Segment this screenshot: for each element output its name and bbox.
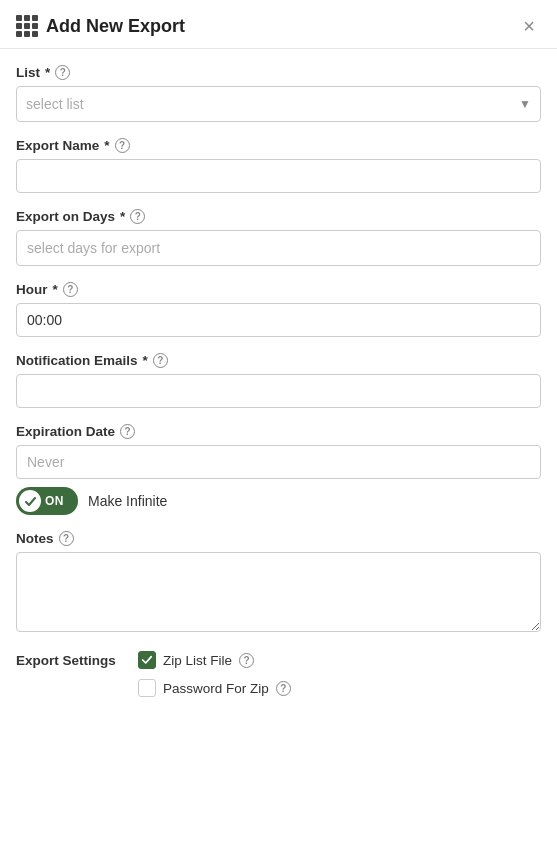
hour-required: *	[53, 282, 58, 297]
hour-input[interactable]	[16, 303, 541, 337]
export-name-input[interactable]	[16, 159, 541, 193]
zip-checkbox-checkmark-icon	[141, 654, 153, 666]
export-days-required: *	[120, 209, 125, 224]
modal-title: Add New Export	[16, 15, 185, 37]
list-select-wrapper: ▼ select list	[16, 86, 541, 122]
export-days-input-wrapper	[16, 230, 541, 266]
list-field-group: List * ? ▼ select list	[16, 65, 541, 122]
notification-emails-group: Notification Emails * ?	[16, 353, 541, 408]
close-button[interactable]: ×	[517, 14, 541, 38]
export-days-group: Export on Days * ?	[16, 209, 541, 266]
notes-label: Notes ?	[16, 531, 541, 546]
export-name-help-icon[interactable]: ?	[115, 138, 130, 153]
password-for-zip-checkbox[interactable]	[138, 679, 156, 697]
zip-list-file-label: Zip List File	[163, 653, 232, 668]
hour-group: Hour * ?	[16, 282, 541, 337]
notification-emails-input[interactable]	[16, 374, 541, 408]
settings-checkboxes: Zip List File ? Password For Zip ?	[138, 651, 291, 697]
modal-header: Add New Export ×	[0, 0, 557, 49]
zip-list-file-item: Zip List File ?	[138, 651, 291, 669]
list-required: *	[45, 65, 50, 80]
zip-list-file-help-icon[interactable]: ?	[239, 653, 254, 668]
notification-emails-required: *	[143, 353, 148, 368]
export-name-required: *	[104, 138, 109, 153]
export-days-label: Export on Days * ?	[16, 209, 541, 224]
export-days-input[interactable]	[16, 230, 541, 266]
page-title: Add New Export	[46, 16, 185, 37]
export-name-group: Export Name * ?	[16, 138, 541, 193]
toggle-checkmark-icon	[24, 495, 37, 508]
password-for-zip-help-icon[interactable]: ?	[276, 681, 291, 696]
expiration-date-group: Expiration Date ?	[16, 424, 541, 479]
expiration-date-help-icon[interactable]: ?	[120, 424, 135, 439]
list-select[interactable]	[16, 86, 541, 122]
toggle-on-label: ON	[45, 494, 64, 508]
notification-emails-label: Notification Emails * ?	[16, 353, 541, 368]
hour-help-icon[interactable]: ?	[63, 282, 78, 297]
list-help-icon[interactable]: ?	[55, 65, 70, 80]
toggle-row: ON Make Infinite	[16, 487, 541, 515]
hour-label: Hour * ?	[16, 282, 541, 297]
export-name-label: Export Name * ?	[16, 138, 541, 153]
notes-group: Notes ?	[16, 531, 541, 635]
notes-textarea[interactable]	[16, 552, 541, 632]
modal-body: List * ? ▼ select list Export Name * ? E…	[0, 49, 557, 717]
grid-icon	[16, 15, 38, 37]
export-days-help-icon[interactable]: ?	[130, 209, 145, 224]
list-label: List * ?	[16, 65, 541, 80]
export-settings-section: Export Settings Zip List File ?	[16, 651, 541, 697]
password-for-zip-label: Password For Zip	[163, 681, 269, 696]
notification-emails-help-icon[interactable]: ?	[153, 353, 168, 368]
password-for-zip-item: Password For Zip ?	[138, 679, 291, 697]
make-infinite-toggle[interactable]: ON	[16, 487, 78, 515]
make-infinite-label: Make Infinite	[88, 493, 167, 509]
toggle-check-circle	[19, 490, 41, 512]
zip-list-file-checkbox[interactable]	[138, 651, 156, 669]
export-settings-title: Export Settings	[16, 651, 126, 668]
expiration-date-label: Expiration Date ?	[16, 424, 541, 439]
notes-help-icon[interactable]: ?	[59, 531, 74, 546]
expiration-date-input[interactable]	[16, 445, 541, 479]
